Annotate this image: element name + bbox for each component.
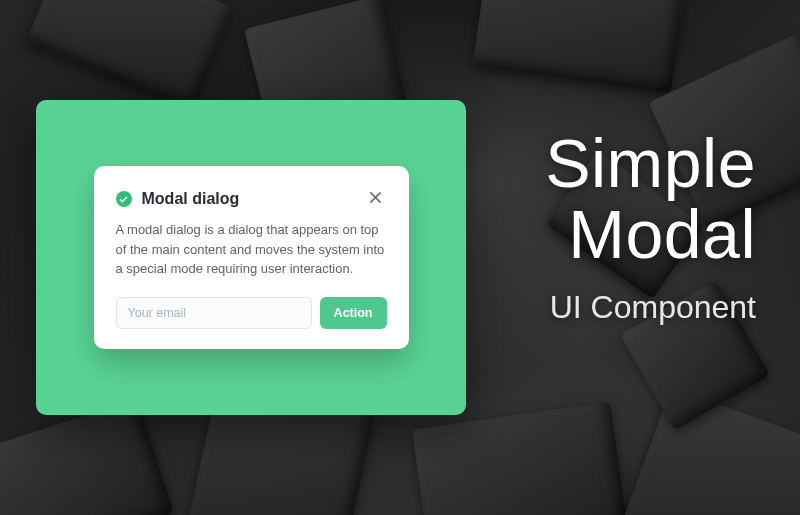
modal-header: Modal dialog [116,188,387,210]
close-button[interactable] [365,188,387,210]
headline-sub: UI Component [436,289,756,326]
stage: Simple Modal UI Component Modal dialog A… [0,0,800,515]
email-field[interactable] [116,297,312,329]
modal-actions: Action [116,297,387,329]
modal-dialog: Modal dialog A modal dialog is a dialog … [94,166,409,349]
modal-body-text: A modal dialog is a dialog that appears … [116,220,387,279]
preview-panel: Modal dialog A modal dialog is a dialog … [36,100,466,415]
headline-line-1: Simple [436,128,756,199]
headline-line-2: Modal [436,199,756,270]
action-button[interactable]: Action [320,297,387,329]
headline: Simple Modal UI Component [436,128,756,326]
close-icon [369,191,382,207]
check-circle-icon [116,191,132,207]
modal-title: Modal dialog [142,190,355,208]
